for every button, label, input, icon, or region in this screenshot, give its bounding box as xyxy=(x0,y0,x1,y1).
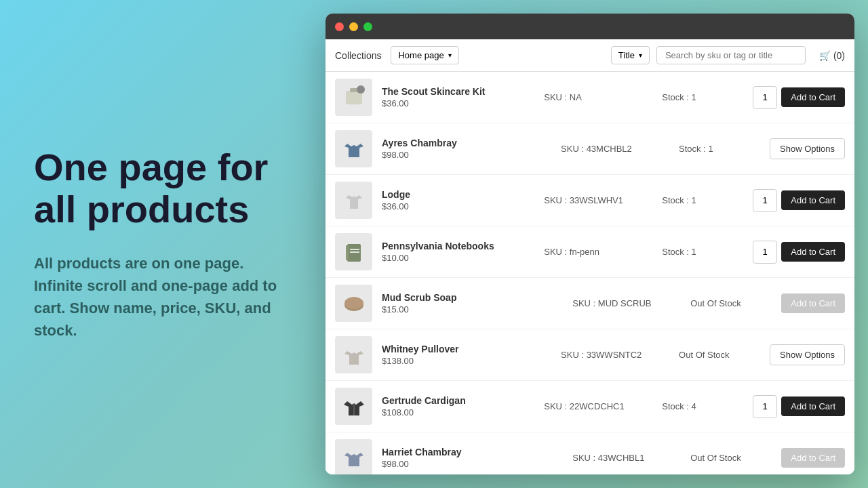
product-sku: SKU : MUD SCRUB xyxy=(572,298,681,308)
table-row: Whitney Pullover $138.00 SKU : 33WWSNTC2… xyxy=(326,329,854,381)
product-name: Ayres Chambray xyxy=(382,138,551,148)
product-stock: Out Of Stock xyxy=(690,453,772,463)
product-info: Gertrude Cardigan $108.00 xyxy=(382,395,534,418)
product-image xyxy=(335,388,372,425)
product-sku: SKU : 33WSLWHV1 xyxy=(544,195,652,205)
svg-rect-3 xyxy=(347,244,361,262)
product-price: $138.00 xyxy=(382,356,551,366)
product-price: $108.00 xyxy=(382,407,534,418)
product-price: $36.00 xyxy=(382,201,534,211)
toolbar: Collections Home page ▾ Title ▾ 🛒 (0) xyxy=(326,39,854,72)
product-image xyxy=(335,336,372,373)
product-price: $98.00 xyxy=(382,459,563,469)
table-row: Gertrude Cardigan $108.00 SKU : 22WCDCHC… xyxy=(326,381,854,432)
add-to-cart-button[interactable]: Add to Cart xyxy=(781,190,845,210)
quantity-input[interactable] xyxy=(753,395,777,418)
cart-count: (0) xyxy=(833,50,845,61)
quantity-input[interactable] xyxy=(753,86,777,109)
svg-point-8 xyxy=(344,297,363,309)
product-sku: SKU : fn-penn xyxy=(544,247,652,257)
product-name: Mud Scrub Soap xyxy=(382,292,563,303)
search-input[interactable] xyxy=(656,46,806,64)
product-stock: Out Of Stock xyxy=(679,350,760,360)
quantity-input[interactable] xyxy=(753,189,777,212)
product-price: $98.00 xyxy=(382,150,551,160)
product-stock: Stock : 1 xyxy=(662,247,743,257)
add-to-cart-button[interactable]: Add to Cart xyxy=(781,396,845,416)
show-options-button[interactable]: Show Options xyxy=(770,344,845,365)
product-sku: SKU : 33WWSNTC2 xyxy=(561,350,669,360)
product-sku: SKU : 43WCHBL1 xyxy=(572,453,681,463)
svg-rect-4 xyxy=(346,245,349,260)
product-sku: SKU : NA xyxy=(544,92,652,102)
title-dropdown[interactable]: Title ▾ xyxy=(611,46,650,64)
product-action: Add to Cart xyxy=(753,86,845,109)
hero-subtitle: All products are on one page. Infinite s… xyxy=(34,252,292,342)
add-to-cart-button-disabled: Add to Cart xyxy=(781,448,845,468)
product-info: Harriet Chambray $98.00 xyxy=(382,447,563,469)
add-to-cart-button[interactable]: Add to Cart xyxy=(781,87,845,107)
product-image xyxy=(335,130,372,167)
product-info: Ayres Chambray $98.00 xyxy=(382,138,551,160)
product-name: The Scout Skincare Kit xyxy=(382,86,534,97)
product-info: Lodge $36.00 xyxy=(382,189,534,211)
product-name: Whitney Pullover xyxy=(382,344,551,354)
cart-icon: 🛒 xyxy=(819,50,831,61)
add-to-cart-button-disabled: Add to Cart xyxy=(781,293,845,313)
product-stock: Stock : 1 xyxy=(662,195,743,205)
product-action: Show Options xyxy=(770,344,845,365)
product-info: Whitney Pullover $138.00 xyxy=(382,344,551,366)
quantity-input[interactable] xyxy=(753,241,777,264)
product-action: Add to Cart xyxy=(753,189,845,212)
table-row: Harriet Chambray $98.00 SKU : 43WCHBL1Ou… xyxy=(326,432,854,474)
product-name: Pennsylvania Notebooks xyxy=(382,241,534,251)
product-image xyxy=(335,439,372,474)
product-price: $15.00 xyxy=(382,304,563,314)
product-stock: Stock : 1 xyxy=(679,144,760,154)
browser-titlebar xyxy=(326,14,854,39)
product-sku: SKU : 22WCDCHC1 xyxy=(544,401,652,411)
table-row: Ayres Chambray $98.00 SKU : 43MCHBL2Stoc… xyxy=(326,123,854,175)
chevron-down-icon: ▾ xyxy=(639,52,642,59)
close-button[interactable] xyxy=(335,22,344,31)
show-options-button[interactable]: Show Options xyxy=(770,138,845,159)
product-action: Add to Cart xyxy=(781,448,845,468)
product-action: Add to Cart xyxy=(781,293,845,313)
product-list: The Scout Skincare Kit $36.00 SKU : NASt… xyxy=(326,72,854,474)
product-image xyxy=(335,79,372,116)
product-action: Add to Cart xyxy=(753,395,845,418)
table-row: Lodge $36.00 SKU : 33WSLWHV1Stock : 1Add… xyxy=(326,175,854,226)
minimize-button[interactable] xyxy=(349,22,358,31)
cart-icon-wrap[interactable]: 🛒 (0) xyxy=(819,50,845,61)
product-action: Add to Cart xyxy=(753,241,845,264)
product-price: $10.00 xyxy=(382,253,534,263)
product-stock: Stock : 4 xyxy=(662,401,743,411)
add-to-cart-button[interactable]: Add to Cart xyxy=(781,242,845,262)
hero-title: One page for all products xyxy=(34,146,292,230)
collection-dropdown[interactable]: Home page ▾ xyxy=(391,46,458,64)
product-name: Harriet Chambray xyxy=(382,447,563,458)
product-image xyxy=(335,233,372,270)
product-name: Gertrude Cardigan xyxy=(382,395,534,406)
table-row: Pennsylvania Notebooks $10.00 SKU : fn-p… xyxy=(326,226,854,278)
maximize-button[interactable] xyxy=(363,22,372,31)
table-row: The Scout Skincare Kit $36.00 SKU : NASt… xyxy=(326,72,854,123)
browser-window: Collections Home page ▾ Title ▾ 🛒 (0) Th… xyxy=(326,14,854,474)
svg-point-2 xyxy=(357,85,365,94)
product-info: The Scout Skincare Kit $36.00 xyxy=(382,86,534,108)
product-sku: SKU : 43MCHBL2 xyxy=(561,144,669,154)
product-info: Mud Scrub Soap $15.00 xyxy=(382,292,563,314)
product-action: Show Options xyxy=(770,138,845,159)
app-content: Collections Home page ▾ Title ▾ 🛒 (0) Th… xyxy=(326,39,854,474)
product-price: $36.00 xyxy=(382,98,534,108)
product-stock: Stock : 1 xyxy=(662,92,743,102)
product-name: Lodge xyxy=(382,189,534,200)
product-image xyxy=(335,285,372,322)
chevron-down-icon: ▾ xyxy=(448,52,452,59)
product-stock: Out Of Stock xyxy=(690,298,772,308)
product-info: Pennsylvania Notebooks $10.00 xyxy=(382,241,534,263)
left-panel: One page for all products All products a… xyxy=(0,106,326,382)
product-image xyxy=(335,182,372,219)
collections-label: Collections xyxy=(335,50,381,61)
table-row: Mud Scrub Soap $15.00 SKU : MUD SCRUBOut… xyxy=(326,278,854,329)
